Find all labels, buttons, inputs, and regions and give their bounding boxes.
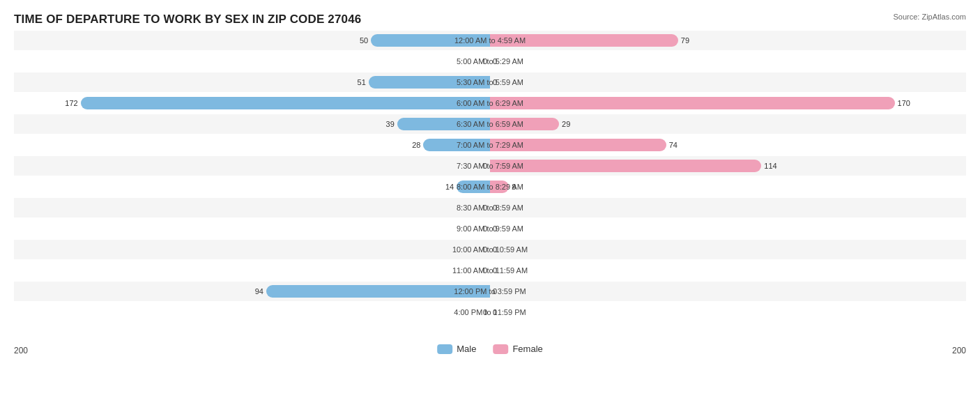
female-bar <box>490 139 666 151</box>
male-value: 0 <box>483 204 487 212</box>
table-row: 0 10:00 AM to 10:59 AM 0 <box>14 240 966 259</box>
bar-section: 172 6:00 AM to 6:29 AM 170 <box>14 93 966 113</box>
bar-section: 0 10:00 AM to 10:59 AM 0 <box>14 240 966 259</box>
male-value: 14 <box>445 183 454 191</box>
female-value: 0 <box>493 224 497 233</box>
male-value: 50 <box>360 36 368 45</box>
male-value: 0 <box>483 308 487 316</box>
right-half: 114 <box>490 156 966 176</box>
left-half: 172 <box>14 93 490 113</box>
table-row: 0 9:00 AM to 9:59 AM 0 <box>14 219 966 238</box>
right-half: 29 <box>490 114 966 134</box>
axis-left-label: 200 <box>14 346 28 355</box>
male-bar <box>457 181 490 193</box>
table-row: 172 6:00 AM to 6:29 AM 170 <box>14 93 966 113</box>
female-bar <box>490 160 761 172</box>
bar-section: 0 4:00 PM to 11:59 PM 0 <box>14 302 966 322</box>
left-half: 0 <box>14 198 490 217</box>
female-bar <box>490 97 895 109</box>
male-bar <box>369 76 490 89</box>
female-bar <box>490 118 559 130</box>
left-half: 14 <box>14 177 490 197</box>
table-row: 0 7:30 AM to 7:59 AM 114 <box>14 156 966 176</box>
table-row: 0 8:30 AM to 8:59 AM 0 <box>14 198 966 217</box>
female-value: 0 <box>493 204 497 212</box>
legend: Male Female <box>437 344 543 354</box>
male-value: 0 <box>483 266 487 275</box>
male-value: 172 <box>65 99 77 107</box>
male-value: 39 <box>386 120 395 128</box>
bar-section: 0 5:00 AM to 5:29 AM 0 <box>14 52 966 71</box>
left-half: 0 <box>14 156 490 176</box>
left-half: 28 <box>14 135 490 155</box>
male-bar <box>81 97 490 109</box>
male-bar <box>423 139 490 151</box>
left-half: 0 <box>14 219 490 238</box>
chart-area: 50 12:00 AM to 4:59 AM 79 0 5:00 AM to 5… <box>14 31 966 355</box>
right-half: 0 <box>490 52 966 71</box>
female-value: 0 <box>493 245 497 254</box>
female-value: 0 <box>493 287 497 296</box>
male-bar <box>397 118 490 130</box>
right-half: 0 <box>490 72 966 92</box>
male-value: 0 <box>483 224 487 233</box>
male-bar <box>266 285 490 298</box>
bar-section: 0 8:30 AM to 8:59 AM 0 <box>14 198 966 217</box>
male-value: 28 <box>412 141 420 149</box>
female-value: 0 <box>493 57 497 66</box>
left-half: 94 <box>14 282 490 301</box>
bar-section: 0 9:00 AM to 9:59 AM 0 <box>14 219 966 238</box>
left-half: 0 <box>14 302 490 322</box>
table-row: 28 7:00 AM to 7:29 AM 74 <box>14 135 966 155</box>
right-half: 170 <box>490 93 966 113</box>
right-half: 0 <box>490 261 966 280</box>
left-half: 0 <box>14 52 490 71</box>
male-value: 51 <box>358 78 366 86</box>
left-half: 0 <box>14 261 490 280</box>
table-row: 0 11:00 AM to 11:59 AM 0 <box>14 261 966 280</box>
male-bar <box>371 34 490 47</box>
female-value: 114 <box>764 162 776 170</box>
table-row: 51 5:30 AM to 5:59 AM 0 <box>14 72 966 92</box>
female-value: 0 <box>493 266 497 275</box>
right-half: 0 <box>490 240 966 259</box>
legend-male: Male <box>437 344 476 354</box>
right-half: 79 <box>490 31 966 50</box>
female-value: 74 <box>669 141 677 149</box>
male-swatch <box>437 344 452 354</box>
right-half: 0 <box>490 219 966 238</box>
table-row: 39 6:30 AM to 6:59 AM 29 <box>14 114 966 134</box>
male-value: 0 <box>483 162 487 170</box>
left-half: 0 <box>14 240 490 259</box>
right-half: 0 <box>490 282 966 301</box>
source-label: Source: ZipAtlas.com <box>893 13 966 21</box>
left-half: 50 <box>14 31 490 50</box>
female-value: 0 <box>493 308 497 316</box>
table-row: 94 12:00 PM to 3:59 PM 0 <box>14 282 966 301</box>
chart-container: TIME OF DEPARTURE TO WORK BY SEX IN ZIP … <box>0 0 980 414</box>
table-row: 0 4:00 PM to 11:59 PM 0 <box>14 302 966 322</box>
female-value: 0 <box>493 78 497 86</box>
bar-section: 0 11:00 AM to 11:59 AM 0 <box>14 261 966 280</box>
female-bar <box>490 181 509 193</box>
bar-section: 14 8:00 AM to 8:29 AM 8 <box>14 177 966 197</box>
female-value: 8 <box>512 183 516 191</box>
male-label: Male <box>457 344 476 354</box>
table-row: 0 5:00 AM to 5:29 AM 0 <box>14 52 966 71</box>
bar-section: 51 5:30 AM to 5:59 AM 0 <box>14 72 966 92</box>
table-row: 14 8:00 AM to 8:29 AM 8 <box>14 177 966 197</box>
female-swatch <box>493 344 508 354</box>
bar-section: 28 7:00 AM to 7:29 AM 74 <box>14 135 966 155</box>
female-value: 170 <box>898 99 910 107</box>
male-value: 94 <box>255 287 263 296</box>
bar-section: 50 12:00 AM to 4:59 AM 79 <box>14 31 966 50</box>
female-value: 79 <box>681 36 689 45</box>
chart-title: TIME OF DEPARTURE TO WORK BY SEX IN ZIP … <box>14 13 966 26</box>
bar-section: 94 12:00 PM to 3:59 PM 0 <box>14 282 966 301</box>
left-half: 39 <box>14 114 490 134</box>
female-label: Female <box>512 344 542 354</box>
bar-section: 0 7:30 AM to 7:59 AM 114 <box>14 156 966 176</box>
legend-female: Female <box>493 344 542 354</box>
female-bar <box>490 34 678 47</box>
table-row: 50 12:00 AM to 4:59 AM 79 <box>14 31 966 50</box>
